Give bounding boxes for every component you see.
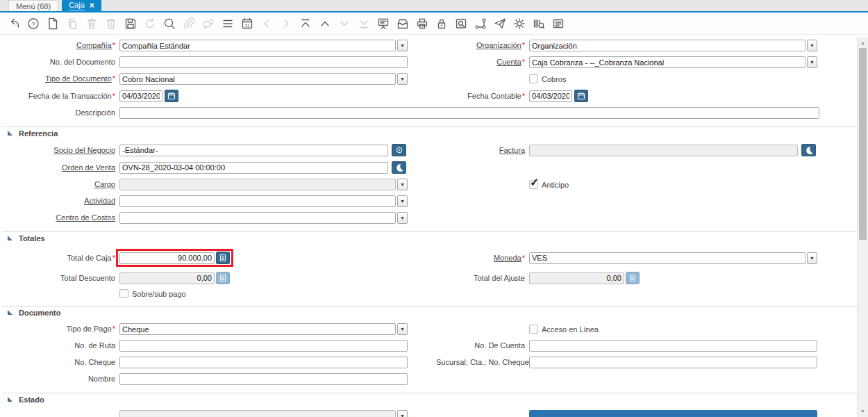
total-descuento-input — [119, 272, 215, 284]
next-record-button — [337, 16, 351, 31]
fecha-contable-calendar-button[interactable] — [574, 90, 588, 102]
first-record-icon — [299, 17, 312, 31]
collapse-triangle-icon[interactable] — [8, 236, 12, 240]
archive-icon — [396, 17, 410, 31]
section-totales: Totales — [2, 231, 857, 243]
acceso-linea-checkbox[interactable] — [529, 325, 538, 334]
save-button[interactable] — [123, 16, 137, 31]
fecha-transaccion-calendar-button[interactable] — [165, 90, 178, 102]
workflow-button[interactable] — [473, 16, 487, 31]
chat-icon — [201, 17, 215, 31]
lock-button[interactable] — [434, 16, 449, 31]
tipo-documento-dropdown-button[interactable]: ▼ — [397, 73, 408, 85]
actividad-input[interactable] — [119, 195, 396, 207]
total-caja-input[interactable] — [119, 252, 215, 264]
sobre-sub-pago-checkbox[interactable] — [119, 289, 128, 298]
cargo-label: Cargo — [2, 180, 119, 189]
calculator-icon — [219, 254, 227, 262]
chevron-down-icon: ▼ — [810, 60, 815, 65]
collapse-triangle-icon[interactable] — [8, 131, 12, 136]
chevron-down-icon: ▼ — [400, 215, 405, 220]
compania-label: Compañía* — [2, 41, 119, 50]
no-ruta-label: No. de Ruta — [2, 341, 119, 350]
barcode-button[interactable] — [531, 16, 546, 31]
new-record-button[interactable] — [45, 16, 60, 31]
record-zoom-button[interactable] — [453, 16, 468, 31]
scrollbar-thumb[interactable] — [859, 48, 867, 240]
orden-venta-zoom-button[interactable] — [392, 161, 406, 174]
anticipo-checkbox[interactable]: ✓ — [529, 180, 538, 189]
tab-caja[interactable]: Caja × — [62, 0, 101, 11]
moneda-input[interactable] — [529, 252, 806, 264]
fecha-contable-label: Fecha Contable* — [436, 92, 529, 101]
no-documento-input[interactable] — [119, 56, 408, 68]
section-estado-title: Estado — [19, 395, 44, 404]
archive-button[interactable] — [395, 16, 410, 31]
organizacion-dropdown-button[interactable]: ▼ — [807, 40, 817, 51]
centro-costos-input[interactable] — [119, 212, 396, 224]
cuenta-dropdown-button[interactable]: ▼ — [807, 56, 817, 68]
doc-action-button[interactable] — [529, 410, 817, 417]
descripcion-input[interactable] — [119, 107, 819, 119]
moneda-dropdown-button[interactable]: ▼ — [807, 252, 817, 264]
section-estado: Estado — [2, 393, 857, 404]
tipo-documento-input[interactable] — [119, 73, 396, 85]
report-button[interactable] — [376, 16, 390, 31]
find-button[interactable] — [162, 16, 176, 31]
collapse-triangle-icon[interactable] — [8, 397, 12, 402]
actividad-dropdown-button[interactable]: ▼ — [397, 195, 408, 207]
orden-venta-input[interactable] — [119, 162, 388, 174]
cobros-checkbox[interactable] — [529, 74, 538, 83]
tab-menu[interactable]: Menú (68) — [8, 0, 58, 11]
section-referencia: Referencia — [2, 126, 857, 138]
previous-record-button[interactable] — [317, 16, 332, 31]
fecha-transaccion-input[interactable] — [119, 90, 162, 102]
toolbar: ? 31 — [0, 13, 868, 35]
vertical-scrollbar[interactable]: ▲ ▼ — [857, 37, 868, 417]
delete-selection-button — [103, 16, 118, 31]
tipo-pago-dropdown-button[interactable]: ▼ — [397, 323, 408, 335]
print-button[interactable] — [415, 16, 429, 31]
collapse-triangle-icon[interactable] — [8, 310, 12, 315]
factura-zoom-button[interactable] — [801, 144, 816, 156]
socio-negocio-input[interactable] — [119, 145, 388, 156]
scroll-up-icon[interactable]: ▲ — [858, 38, 868, 47]
compania-dropdown-button[interactable]: ▼ — [397, 40, 408, 51]
help-button[interactable]: ? — [26, 16, 40, 31]
history-forward-icon — [279, 17, 293, 31]
chevron-down-icon: ▼ — [400, 182, 405, 187]
fecha-contable-input[interactable] — [529, 90, 572, 102]
undo-button[interactable] — [6, 16, 21, 31]
socio-negocio-info-button[interactable] — [392, 144, 406, 156]
sucursal-input[interactable] — [529, 357, 817, 368]
send-button[interactable] — [492, 16, 507, 31]
estado-documento-input — [119, 410, 396, 417]
anticipo-label: Anticipo — [542, 181, 569, 189]
first-record-button[interactable] — [298, 16, 312, 31]
cuenta-input[interactable] — [529, 56, 806, 68]
nombre-input[interactable] — [119, 373, 408, 385]
copy-record-icon — [65, 17, 79, 31]
total-caja-calculator-button[interactable] — [216, 252, 230, 264]
total-ajuste-input — [529, 272, 624, 284]
organizacion-input[interactable] — [529, 40, 806, 51]
compania-input[interactable] — [119, 40, 396, 51]
centro-costos-dropdown-button[interactable]: ▼ — [397, 212, 408, 224]
scroll-down-icon[interactable]: ▼ — [858, 407, 868, 416]
no-de-cuenta-input[interactable] — [529, 340, 817, 352]
calendar-button[interactable]: 31 — [240, 16, 254, 31]
record-zoom-icon — [454, 17, 468, 31]
close-icon[interactable]: × — [90, 2, 94, 9]
attachment-icon — [182, 17, 196, 31]
report-window-button[interactable] — [551, 16, 565, 31]
svg-text:?: ? — [31, 20, 35, 27]
no-cheque-input[interactable] — [119, 357, 408, 368]
no-ruta-input[interactable] — [119, 340, 408, 352]
new-record-icon — [46, 17, 60, 31]
chat-button — [201, 16, 215, 31]
grid-toggle-icon — [221, 17, 235, 31]
tipo-pago-input[interactable] — [119, 323, 396, 335]
preferences-button[interactable] — [512, 16, 526, 31]
grid-toggle-button[interactable] — [220, 16, 235, 31]
actividad-label: Actividad — [2, 197, 119, 206]
